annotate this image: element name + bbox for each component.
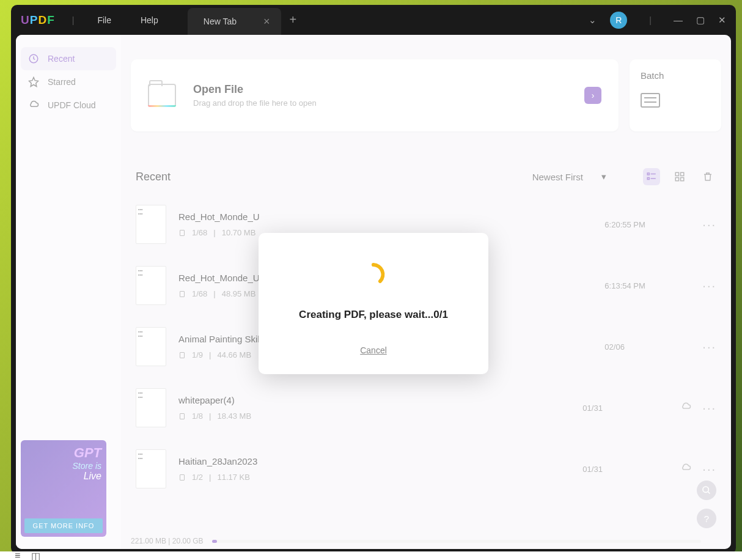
chevron-down-icon[interactable]: ⌄	[589, 15, 597, 26]
close-window-icon[interactable]: ✕	[718, 15, 726, 26]
app-logo: UPDF	[21, 13, 55, 27]
bottom-strip: ≡ ◫	[0, 551, 742, 560]
separator: |	[72, 15, 75, 25]
maximize-icon[interactable]: ▢	[696, 15, 705, 26]
title-bar: UPDF | File Help New Tab × + ⌄ R | — ▢ ✕	[11, 5, 736, 35]
cancel-button[interactable]: Cancel	[360, 345, 387, 355]
tab-label: New Tab	[204, 17, 237, 26]
workspace: Recent Starred UPDF Cloud GPT Store is L…	[16, 35, 731, 549]
menu-file[interactable]: File	[97, 15, 111, 25]
modal-overlay: Creating PDF, please wait...0/1 Cancel	[16, 35, 731, 549]
menu-help[interactable]: Help	[141, 15, 158, 25]
hamburger-icon[interactable]: ≡	[15, 550, 20, 560]
creating-pdf-modal: Creating PDF, please wait...0/1 Cancel	[259, 233, 488, 374]
modal-message: Creating PDF, please wait...0/1	[277, 309, 470, 321]
close-icon[interactable]: ×	[263, 15, 270, 28]
panel-icon[interactable]: ◫	[31, 550, 40, 561]
minimize-icon[interactable]: —	[674, 15, 683, 25]
app-window: UPDF | File Help New Tab × + ⌄ R | — ▢ ✕…	[11, 5, 736, 554]
separator: |	[649, 15, 652, 25]
spinner-icon	[361, 262, 386, 287]
avatar[interactable]: R	[610, 12, 627, 29]
tab-new[interactable]: New Tab ×	[188, 8, 281, 35]
new-tab-button[interactable]: +	[290, 13, 297, 27]
